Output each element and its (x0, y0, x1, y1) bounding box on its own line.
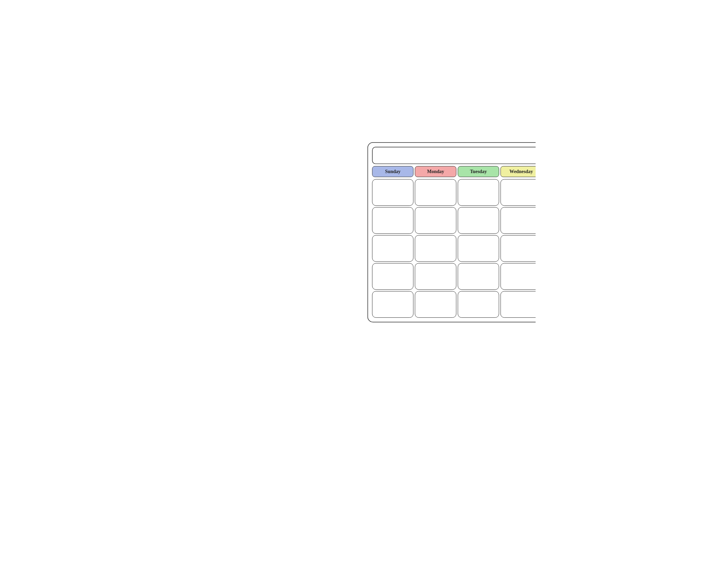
cell-r3-wed[interactable] (501, 235, 536, 262)
cell-r2-mon[interactable] (415, 207, 457, 234)
cell-r5-sun[interactable] (372, 291, 414, 318)
cell-r4-mon[interactable] (415, 263, 457, 290)
header-row: Sunday Monday Tuesday Wednesday Thursday (372, 166, 536, 177)
cell-r2-wed[interactable] (501, 207, 536, 234)
cell-r4-wed[interactable] (501, 263, 536, 290)
calendar-grid (372, 179, 536, 317)
cell-r5-wed[interactable] (501, 291, 536, 318)
sunday-label: Sunday (385, 169, 401, 174)
cell-r3-mon[interactable] (415, 235, 457, 262)
cell-r3-tue[interactable] (458, 235, 499, 262)
cell-r1-wed[interactable] (501, 179, 536, 206)
cell-r2-sun[interactable] (372, 207, 414, 234)
cell-r2-tue[interactable] (458, 207, 499, 234)
tuesday-label: Tuesday (470, 169, 487, 174)
cell-r1-tue[interactable] (458, 179, 499, 206)
cell-r4-tue[interactable] (458, 263, 499, 290)
title-bar[interactable] (372, 147, 536, 164)
header-sunday: Sunday (372, 166, 414, 177)
cell-r1-mon[interactable] (415, 179, 457, 206)
cell-r5-mon[interactable] (415, 291, 457, 318)
cell-r4-sun[interactable] (372, 263, 414, 290)
calendar-wrapper: Sunday Monday Tuesday Wednesday Thursday (367, 142, 536, 322)
monday-label: Monday (427, 169, 444, 174)
header-tuesday: Tuesday (458, 166, 499, 177)
header-monday: Monday (415, 166, 457, 177)
cell-r5-tue[interactable] (458, 291, 499, 318)
cell-r1-sun[interactable] (372, 179, 414, 206)
header-wednesday: Wednesday (501, 166, 536, 177)
wednesday-label: Wednesday (510, 169, 533, 174)
cell-r3-sun[interactable] (372, 235, 414, 262)
